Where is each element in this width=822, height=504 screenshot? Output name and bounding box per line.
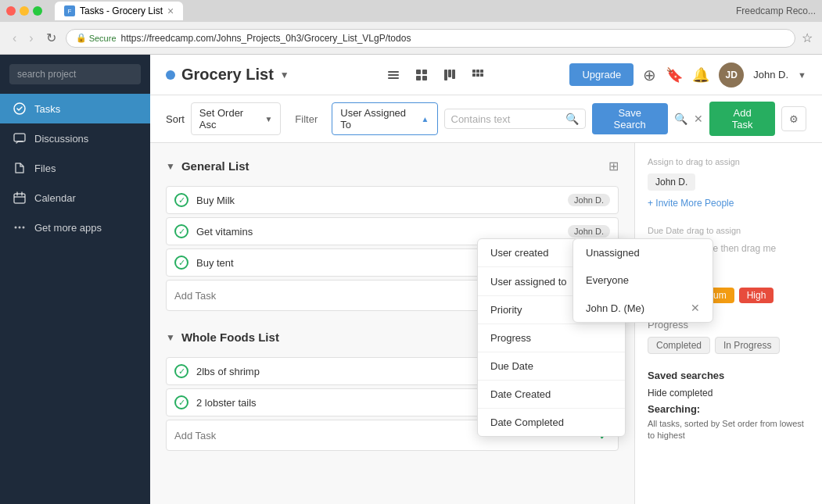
svg-rect-2 (14, 194, 25, 203)
task-check-shrimp[interactable]: ✓ (174, 364, 188, 378)
search-icon: 🔍 (565, 113, 579, 125)
view-grid-button[interactable] (467, 64, 489, 86)
svg-rect-1 (14, 134, 25, 141)
sidebar-item-label: Files (34, 163, 56, 174)
bookmark-icon[interactable]: 🔖 (666, 66, 683, 84)
filter-item-label: User assigned to (490, 276, 567, 288)
tab-favicon: F (64, 5, 75, 16)
sidebar-search (0, 55, 150, 94)
svg-rect-15 (422, 76, 427, 80)
check-icon: ✓ (178, 398, 185, 408)
upgrade-button[interactable]: Upgrade (569, 63, 634, 86)
svg-rect-19 (472, 70, 476, 73)
grid-icon[interactable]: ⊞ (608, 159, 619, 173)
tag-high[interactable]: High (739, 288, 774, 303)
settings-button[interactable]: ⚙ (781, 106, 806, 131)
task-name-buy-milk[interactable]: Buy Milk (196, 195, 560, 206)
task-name-get-vitamins[interactable]: Get vitamins (196, 226, 560, 238)
traffic-light-red[interactable] (6, 6, 16, 16)
filter-item-due-date[interactable]: Due Date (478, 352, 625, 381)
toggle-icon[interactable]: ▼ (166, 161, 175, 172)
browser-chrome: F Tasks - Grocery List × Freedcamp Reco.… (0, 0, 822, 55)
saved-searches-label: Saved searches (648, 370, 809, 381)
assignee-chip-buy-milk[interactable]: John D. (568, 194, 610, 206)
traffic-light-yellow[interactable] (20, 6, 29, 16)
search-input[interactable] (9, 64, 141, 84)
search-input[interactable] (451, 113, 561, 125)
star-icon[interactable]: ☆ (802, 30, 813, 45)
task-check-buy-tent[interactable]: ✓ (174, 256, 188, 270)
chevron-up-icon: ▲ (422, 115, 429, 123)
sidebar-item-tasks[interactable]: Tasks (0, 94, 150, 123)
assign-to-section: Assign to drag to assign John D. + Invit… (648, 155, 809, 209)
tag-completed[interactable]: Completed (648, 337, 710, 354)
assignee-chip-get-vitamins[interactable]: John D. (568, 225, 610, 238)
task-check-buy-milk[interactable]: ✓ (174, 193, 188, 207)
svg-rect-24 (480, 73, 483, 77)
user-x-icon[interactable]: ✕ (691, 302, 700, 314)
sidebar-item-label: Tasks (34, 103, 60, 115)
traffic-light-green[interactable] (33, 6, 42, 16)
view-table-button[interactable] (411, 64, 433, 86)
toggle-icon[interactable]: ▼ (166, 332, 175, 343)
sidebar-item-files[interactable]: Files (0, 153, 150, 183)
user-popup-everyone[interactable]: Everyone (573, 266, 713, 294)
assignee-chip-panel[interactable]: John D. (648, 173, 695, 191)
filter-item-date-created[interactable]: Date Created (478, 381, 625, 409)
filter-label[interactable]: Filter (287, 109, 325, 129)
check-icon: ✓ (178, 195, 185, 206)
gear-icon: ⚙ (789, 113, 799, 125)
due-date-label: Due Date drag to assign (648, 224, 809, 236)
sidebar-item-calendar[interactable]: Calendar (0, 183, 150, 213)
user-dropdown-arrow[interactable]: ▼ (798, 70, 806, 80)
invite-link[interactable]: + Invite More People (648, 197, 809, 209)
filter-item-progress[interactable]: Progress (478, 324, 625, 352)
sidebar-item-discussions[interactable]: Discussions (0, 123, 150, 153)
save-search-button[interactable]: Save Search (592, 103, 668, 134)
project-dropdown-arrow[interactable]: ▼ (280, 70, 289, 80)
task-name-buy-tent[interactable]: Buy tent (196, 257, 506, 269)
svg-rect-16 (444, 70, 447, 80)
sidebar-item-label: Calendar (34, 192, 76, 204)
sort-dropdown[interactable]: Set Order Asc ▼ (191, 102, 282, 135)
view-kanban-button[interactable] (439, 64, 461, 86)
check-icon: ✓ (178, 366, 185, 377)
address-bar[interactable]: 🔒 Secure https://freedcamp.com/Johns_Pro… (66, 29, 795, 48)
browser-tab[interactable]: F Tasks - Grocery List × (55, 2, 183, 20)
sort-label: Sort (166, 113, 185, 125)
svg-rect-22 (472, 73, 476, 77)
svg-rect-17 (448, 70, 451, 77)
view-list-button[interactable] (382, 64, 404, 86)
search-icon-2[interactable]: 🔍 (674, 113, 687, 125)
searching-desc: All tasks, sorted by Set order from lowe… (648, 418, 809, 442)
plus-icon[interactable]: ⊕ (643, 66, 656, 84)
app-layout: Tasks Discussions Files (0, 55, 822, 504)
hide-completed-item[interactable]: Hide completed (648, 388, 809, 399)
progress-section: Progress Completed In Progress (648, 319, 809, 354)
task-group-title-whole-foods: Whole Foods List (181, 331, 279, 344)
project-title: Grocery List (181, 66, 274, 84)
url-display: https://freedcamp.com/Johns_Projects_0h3… (121, 33, 411, 44)
clear-search-icon[interactable]: ✕ (694, 113, 703, 125)
task-check-get-vitamins[interactable]: ✓ (174, 224, 188, 238)
add-task-button[interactable]: Add Task (709, 102, 776, 136)
sidebar-item-more[interactable]: Get more apps (0, 213, 150, 242)
project-title-area: Grocery List ▼ (166, 66, 289, 84)
tag-in-progress[interactable]: In Progress (715, 337, 780, 354)
user-popup-unassigned[interactable]: Unassigned (573, 239, 713, 266)
forward-button[interactable]: › (26, 30, 36, 47)
tab-close-icon[interactable]: × (167, 5, 174, 17)
bell-icon[interactable]: 🔔 (692, 66, 709, 84)
filter-item-date-completed[interactable]: Date Completed (478, 409, 625, 436)
back-button[interactable]: ‹ (9, 30, 20, 47)
svg-rect-13 (422, 70, 427, 74)
user-popup-john-d[interactable]: John D. (Me) ✕ (573, 294, 713, 322)
refresh-button[interactable]: ↻ (43, 29, 59, 47)
svg-rect-11 (388, 77, 399, 79)
filter-value-dropdown[interactable]: User Assigned To ▲ (332, 102, 437, 135)
svg-point-7 (19, 227, 21, 229)
task-check-lobster[interactable]: ✓ (174, 395, 188, 409)
avatar[interactable]: JD (719, 63, 744, 88)
user-popup[interactable]: Unassigned Everyone John D. (Me) ✕ (573, 238, 713, 323)
svg-rect-18 (452, 70, 455, 79)
